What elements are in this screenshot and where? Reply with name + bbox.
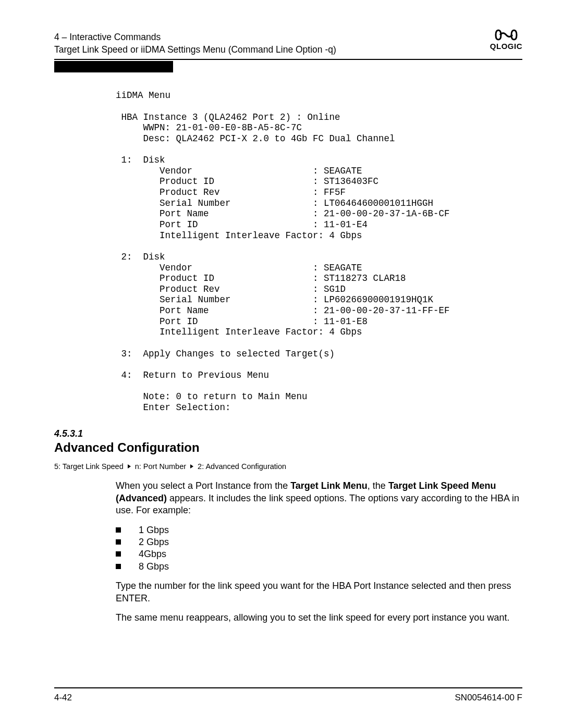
list-item: 8 Gbps — [116, 561, 522, 573]
chapter-line: 4 – Interactive Commands — [54, 31, 336, 44]
code-disk1-vendor: Vendor : SEAGATE — [116, 166, 362, 176]
code-disk2-pid: Product ID : ST118273 CLAR18 — [116, 273, 406, 283]
qlogic-icon — [494, 29, 518, 41]
code-disk1-iif: Intelligent Interleave Factor: 4 Gbps — [116, 230, 362, 241]
brand-logo: QLOGIC — [490, 29, 522, 51]
code-disk2-sn: Serial Number : LP60266900001919HQ1K — [116, 294, 433, 305]
document-id: SN0054614-00 F — [455, 693, 522, 703]
page: 4 – Interactive Commands Target Link Spe… — [0, 0, 563, 728]
code-option-4: 4: Return to Previous Menu — [116, 370, 269, 380]
breadcrumb-step-1: 5: Target Link Speed — [54, 462, 124, 471]
code-disk1-rev: Product Rev : FF5F — [116, 187, 346, 198]
chevron-right-icon — [190, 464, 193, 468]
code-disk2-vendor: Vendor : SEAGATE — [116, 263, 362, 273]
code-prompt: Enter Selection: — [116, 402, 231, 413]
page-number: 4-42 — [54, 693, 72, 703]
breadcrumb-step-3: 2: Advanced Configuration — [198, 462, 286, 471]
list-item: 1 Gbps — [116, 524, 522, 536]
code-option-3: 3: Apply Changes to selected Target(s) — [116, 349, 335, 359]
code-disk2-rev: Product Rev : SG1D — [116, 284, 346, 294]
code-disk2-pname: Port Name : 21-00-00-20-37-11-FF-EF — [116, 305, 450, 316]
code-note: Note: 0 to return to Main Menu — [116, 391, 308, 402]
header-rule — [54, 59, 522, 60]
code-disk2-head: 2: Disk — [116, 252, 165, 262]
list-item: 2 Gbps — [116, 536, 522, 548]
code-title: iiDMA Menu — [116, 90, 170, 101]
page-header: 4 – Interactive Commands Target Link Spe… — [54, 31, 522, 56]
code-disk1-pname: Port Name : 21-00-00-20-37-1A-6B-CF — [116, 208, 450, 219]
paragraph-3: The same menu reappears, allowing you to… — [116, 612, 522, 624]
terminal-output: iiDMA Menu HBA Instance 3 (QLA2462 Port … — [116, 90, 522, 413]
footer-rule — [54, 687, 522, 688]
section-number: 4.5.3.1 — [54, 428, 522, 439]
paragraph-2: Type the number for the link speed you w… — [116, 580, 522, 604]
brand-name: QLOGIC — [490, 42, 522, 51]
page-footer: 4-42 SN0054614-00 F — [54, 687, 522, 703]
chevron-right-icon — [128, 464, 131, 468]
paragraph-1: When you select a Port Instance from the… — [116, 480, 522, 516]
list-item: 4Gbps — [116, 548, 522, 560]
redaction-bar — [54, 61, 173, 72]
code-disk1-sn: Serial Number : LT06464600001011HGGH — [116, 198, 433, 208]
code-disk2-iif: Intelligent Interleave Factor: 4 Gbps — [116, 327, 362, 337]
body-copy: When you select a Port Instance from the… — [116, 480, 522, 624]
header-text: 4 – Interactive Commands Target Link Spe… — [54, 31, 336, 56]
speed-options-list: 1 Gbps 2 Gbps 4Gbps 8 Gbps — [116, 524, 522, 573]
code-disk1-head: 1: Disk — [116, 155, 165, 165]
code-wwpn: WWPN: 21-01-00-E0-8B-A5-8C-7C — [116, 122, 302, 133]
code-hba: HBA Instance 3 (QLA2462 Port 2) : Online — [116, 112, 340, 122]
breadcrumb-step-2: n: Port Number — [135, 462, 186, 471]
code-desc: Desc: QLA2462 PCI-X 2.0 to 4Gb FC Dual C… — [116, 133, 395, 144]
code-disk2-portid: Port ID : 11-01-E8 — [116, 316, 368, 327]
header-subtitle: Target Link Speed or iiDMA Settings Menu… — [54, 44, 336, 56]
code-disk1-portid: Port ID : 11-01-E4 — [116, 219, 368, 230]
breadcrumb: 5: Target Link Speed n: Port Number 2: A… — [54, 462, 522, 471]
code-disk1-pid: Product ID : ST136403FC — [116, 176, 378, 187]
section-title: Advanced Configuration — [54, 440, 522, 455]
